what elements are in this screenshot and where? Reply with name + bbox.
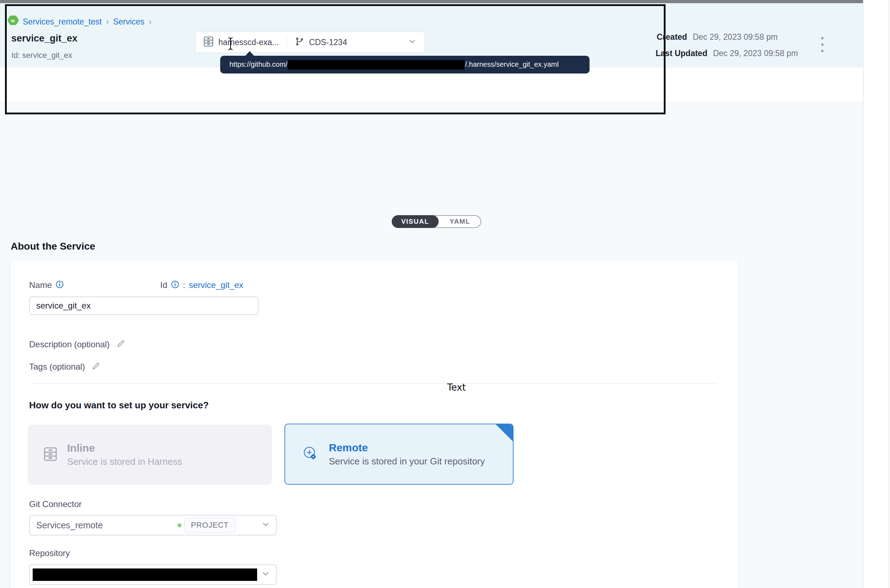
inline-store-icon bbox=[44, 446, 57, 464]
redacted-url-segment bbox=[288, 60, 465, 70]
toggle-yaml[interactable]: YAML bbox=[438, 215, 481, 228]
breadcrumb-services-link[interactable]: Services bbox=[113, 17, 144, 27]
annotation-text-label: Text bbox=[447, 382, 466, 393]
kebab-menu-icon[interactable] bbox=[821, 37, 824, 52]
id-row: Id : service_git_ex bbox=[160, 280, 243, 290]
page-title: service_git_ex bbox=[11, 33, 77, 44]
remote-store-card[interactable]: Remote Service is stored in your Git rep… bbox=[284, 424, 513, 484]
repository-segment[interactable]: harnesscd-exa... bbox=[196, 32, 287, 52]
name-input[interactable] bbox=[29, 297, 258, 315]
chevron-down-icon[interactable] bbox=[261, 569, 270, 580]
branch-segment[interactable]: CDS-1234 bbox=[287, 32, 355, 52]
scope-badge: PROJECT bbox=[184, 518, 236, 532]
inline-card-title: Inline bbox=[67, 442, 182, 454]
id-value-link[interactable]: service_git_ex bbox=[189, 280, 243, 290]
yaml-path-tooltip: https://github.com//.harness/service_git… bbox=[220, 56, 590, 74]
inline-store-card[interactable]: Inline Service is stored in Harness bbox=[28, 424, 272, 484]
id-separator: : bbox=[183, 280, 185, 290]
tooltip-url-prefix: https://github.com/ bbox=[230, 60, 287, 68]
created-row: Created Dec 29, 2023 09:58 pm bbox=[657, 32, 778, 42]
repository-icon bbox=[204, 36, 213, 49]
git-connector-value: Services_remote bbox=[36, 520, 103, 531]
tooltip-url-suffix: /.harness/service_git_ex.yaml bbox=[465, 60, 558, 68]
last-updated-label: Last Updated bbox=[656, 49, 707, 58]
repository-name: harnesscd-exa... bbox=[218, 38, 279, 47]
harness-cd-icon: ∞ bbox=[7, 15, 19, 28]
scrollbar-track[interactable] bbox=[888, 0, 889, 588]
repository-label: Repository bbox=[29, 548, 70, 558]
chevron-down-icon[interactable] bbox=[408, 37, 417, 47]
repository-dropdown[interactable] bbox=[29, 564, 277, 585]
description-label: Description (optional) bbox=[29, 339, 110, 350]
setup-question: How do you want to set up your service? bbox=[29, 400, 209, 411]
remote-store-icon bbox=[301, 444, 319, 464]
created-value: Dec 29, 2023 09:58 pm bbox=[693, 32, 778, 42]
inline-card-subtitle: Service is stored in Harness bbox=[67, 456, 182, 467]
service-id-text: Id: service_git_ex bbox=[11, 51, 72, 60]
description-row: Description (optional) bbox=[29, 339, 125, 350]
section-divider bbox=[31, 384, 717, 384]
configuration-body: VISUAL YAML About the Service Name Id : … bbox=[0, 101, 863, 588]
info-icon[interactable] bbox=[56, 280, 64, 290]
visual-yaml-toggle: VISUAL YAML bbox=[392, 215, 481, 228]
toggle-visual[interactable]: VISUAL bbox=[392, 215, 438, 228]
breadcrumb: ∞ Services_remote_test › Services › bbox=[7, 16, 152, 27]
pencil-icon[interactable] bbox=[91, 362, 101, 372]
git-connector-label: Git Connector bbox=[29, 499, 82, 509]
breadcrumb-project-link[interactable]: Services_remote_test bbox=[23, 17, 102, 27]
branch-name: CDS-1234 bbox=[309, 38, 347, 47]
tags-label: Tags (optional) bbox=[29, 362, 85, 372]
id-label: Id bbox=[160, 280, 167, 290]
repo-branch-selector[interactable]: harnesscd-exa... CDS-1234 bbox=[195, 32, 425, 53]
pencil-icon[interactable] bbox=[116, 339, 125, 350]
connector-status-dot bbox=[177, 524, 182, 527]
svg-text:∞: ∞ bbox=[10, 17, 15, 24]
selected-corner-badge bbox=[495, 424, 513, 442]
name-label-row: Name bbox=[29, 280, 64, 290]
remote-card-title: Remote bbox=[329, 442, 485, 454]
last-updated-value: Dec 29, 2023 09:58 pm bbox=[713, 49, 798, 58]
redacted-repository-name bbox=[33, 568, 257, 581]
git-branch-icon bbox=[295, 37, 304, 48]
last-updated-row: Last Updated Dec 29, 2023 09:58 pm bbox=[656, 49, 798, 58]
service-configuration-page: ∞ Services_remote_test › Services › serv… bbox=[0, 0, 890, 588]
breadcrumb-separator: › bbox=[148, 17, 152, 27]
section-title: About the Service bbox=[11, 241, 95, 252]
chevron-down-icon[interactable] bbox=[261, 520, 270, 531]
right-gutter bbox=[863, 0, 890, 588]
remote-card-subtitle: Service is stored in your Git repository bbox=[329, 456, 485, 467]
tooltip-caret bbox=[245, 51, 254, 56]
created-label: Created bbox=[657, 32, 687, 42]
window-top-bar bbox=[0, 0, 863, 3]
git-connector-dropdown[interactable]: Services_remote PROJECT bbox=[29, 515, 277, 536]
info-icon[interactable] bbox=[171, 280, 179, 290]
name-label: Name bbox=[29, 280, 52, 290]
about-service-card: Name Id : service_git_ex Description (op… bbox=[11, 261, 738, 588]
breadcrumb-separator: › bbox=[105, 17, 110, 27]
tags-row: Tags (optional) bbox=[29, 362, 101, 372]
